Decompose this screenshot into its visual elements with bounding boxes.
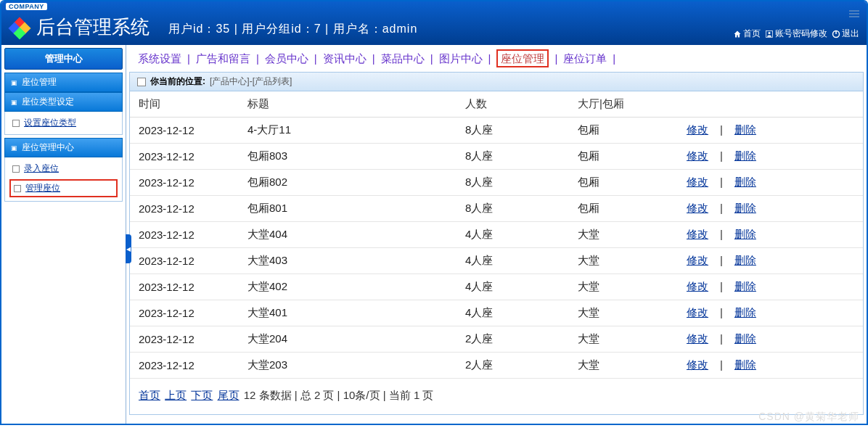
sidebar-item[interactable]: 管理座位	[9, 179, 118, 197]
table-row: 2023-12-12大堂4044人座大堂修改|删除	[130, 222, 863, 248]
cell-people: 8人座	[456, 196, 569, 222]
cell-actions: 修改|删除	[678, 248, 863, 274]
cell-actions: 修改|删除	[678, 300, 863, 326]
sidebar-collapse-handle[interactable]: ◀	[126, 234, 131, 263]
nav-separator: |	[488, 52, 491, 65]
cell-room: 大堂	[569, 222, 678, 248]
nav-item[interactable]: 座位管理	[496, 49, 549, 67]
company-badge: COMPANY	[6, 3, 47, 10]
cell-time: 2023-12-12	[130, 196, 239, 222]
nav-item[interactable]: 菜品中心	[381, 52, 425, 65]
col-header	[678, 91, 863, 118]
edit-link[interactable]: 修改	[687, 149, 708, 162]
nav-item[interactable]: 会员中心	[265, 52, 308, 65]
delete-link[interactable]: 删除	[734, 228, 756, 240]
cell-people: 8人座	[456, 170, 569, 196]
bullet-icon	[12, 165, 20, 173]
cell-people: 2人座	[456, 353, 569, 379]
table-row: 2023-12-12包厢8018人座包厢修改|删除	[130, 196, 863, 222]
cell-actions: 修改|删除	[678, 144, 863, 170]
nav-item[interactable]: 图片中心	[439, 52, 483, 65]
col-header: 大厅|包厢	[569, 91, 678, 118]
nav-separator: |	[314, 52, 317, 65]
sidebar-section-header[interactable]: ▣座位管理中心	[4, 138, 123, 157]
cell-time: 2023-12-12	[130, 326, 239, 353]
pager-prev[interactable]: 上页	[165, 389, 187, 401]
nav-separator: |	[554, 52, 557, 65]
data-table: 时间标题人数大厅|包厢 2023-12-124-大厅118人座包厢修改|删除20…	[130, 91, 863, 379]
edit-link[interactable]: 修改	[687, 228, 708, 240]
breadcrumb-path: [产品中心]-[产品列表]	[210, 75, 292, 88]
cell-title: 包厢803	[239, 144, 456, 170]
nav-item[interactable]: 座位订单	[563, 52, 607, 65]
cell-room: 包厢	[569, 144, 678, 170]
edit-link[interactable]: 修改	[687, 123, 708, 136]
cell-time: 2023-12-12	[130, 170, 239, 196]
edit-link[interactable]: 修改	[687, 202, 708, 214]
sidebar: 管理中心 ▣座位管理▣座位类型设定设置座位类型▣座位管理中心录入座位管理座位	[1, 45, 126, 424]
sidebar-item[interactable]: 设置座位类型	[5, 114, 122, 132]
pager-last[interactable]: 尾页	[218, 389, 239, 401]
nav-item[interactable]: 系统设置	[138, 52, 181, 65]
cell-room: 包厢	[569, 170, 678, 196]
cell-time: 2023-12-12	[130, 222, 239, 248]
table-row: 2023-12-12包厢8028人座包厢修改|删除	[130, 170, 863, 196]
table-row: 2023-12-12大堂4034人座大堂修改|删除	[130, 248, 863, 274]
table-row: 2023-12-12大堂2032人座大堂修改|删除	[130, 353, 863, 379]
breadcrumb: 你当前的位置: [产品中心]-[产品列表]	[129, 72, 864, 91]
delete-link[interactable]: 删除	[734, 358, 756, 371]
cell-title: 包厢801	[239, 196, 456, 222]
home-link[interactable]: 首页	[733, 28, 761, 40]
edit-link[interactable]: 修改	[687, 332, 708, 345]
content-area: ◀ 系统设置|广告和留言|会员中心|资讯中心|菜品中心|图片中心|座位管理|座位…	[126, 45, 867, 424]
delete-link[interactable]: 删除	[734, 202, 756, 214]
change-password-link[interactable]: 账号密码修改	[765, 28, 827, 40]
delete-link[interactable]: 删除	[734, 306, 756, 318]
edit-link[interactable]: 修改	[687, 306, 708, 318]
delete-link[interactable]: 删除	[734, 254, 756, 266]
edit-link[interactable]: 修改	[687, 358, 708, 371]
nav-separator: |	[372, 52, 375, 65]
delete-link[interactable]: 删除	[734, 149, 756, 162]
cell-actions: 修改|删除	[678, 118, 863, 144]
edit-link[interactable]: 修改	[687, 280, 708, 292]
cell-room: 大堂	[569, 300, 678, 326]
cell-room: 大堂	[569, 274, 678, 300]
cell-title: 大堂204	[239, 326, 456, 353]
cell-actions: 修改|删除	[678, 170, 863, 196]
delete-link[interactable]: 删除	[734, 332, 756, 345]
cell-title: 4-大厅11	[239, 118, 456, 144]
delete-link[interactable]: 删除	[734, 280, 756, 292]
chevron-down-icon: ▣	[11, 99, 17, 106]
cell-people: 4人座	[456, 274, 569, 300]
logout-link[interactable]: 退出	[832, 28, 859, 40]
cell-people: 2人座	[456, 326, 569, 353]
sidebar-section-header[interactable]: ▣座位管理	[4, 73, 123, 92]
breadcrumb-icon	[137, 78, 146, 86]
edit-link[interactable]: 修改	[687, 254, 708, 266]
sidebar-section-header[interactable]: ▣座位类型设定	[4, 92, 123, 112]
pager-first[interactable]: 首页	[139, 389, 160, 401]
sidebar-item[interactable]: 录入座位	[5, 160, 122, 178]
app-title: 后台管理系统	[36, 15, 150, 40]
cell-title: 大堂402	[239, 274, 456, 300]
delete-link[interactable]: 删除	[734, 123, 756, 136]
pager: 首页 上页 下页 尾页 12 条数据 | 总 2 页 | 10条/页 | 当前 …	[130, 379, 863, 413]
cell-actions: 修改|删除	[678, 196, 863, 222]
user-icon	[765, 30, 774, 38]
breadcrumb-label: 你当前的位置:	[150, 75, 205, 88]
nav-item[interactable]: 广告和留言	[196, 52, 250, 65]
cell-title: 包厢802	[239, 170, 456, 196]
edit-link[interactable]: 修改	[687, 176, 708, 188]
pager-next[interactable]: 下页	[191, 389, 213, 401]
bullet-icon	[14, 185, 21, 192]
pager-summary: 12 条数据 | 总 2 页 | 10条/页 | 当前 1 页	[244, 389, 434, 401]
titlebar: COMPANY 后台管理系统 用户id：35 | 用户分组id：7 | 用户名：…	[1, 1, 867, 45]
nav-item[interactable]: 资讯中心	[323, 52, 367, 65]
cell-time: 2023-12-12	[130, 353, 239, 379]
cell-room: 大堂	[569, 353, 678, 379]
cell-people: 4人座	[456, 222, 569, 248]
bullet-icon	[12, 120, 20, 127]
cell-time: 2023-12-12	[130, 144, 239, 170]
delete-link[interactable]: 删除	[734, 176, 756, 188]
